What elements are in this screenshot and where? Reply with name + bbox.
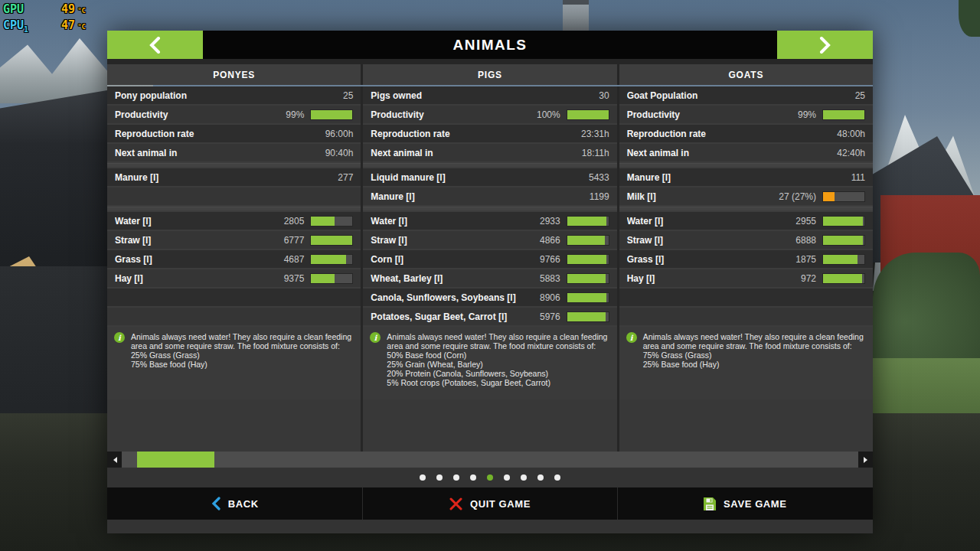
row-value: 30 xyxy=(599,90,609,101)
row-value: 23:31h xyxy=(581,129,609,139)
row-label: Hay [l] xyxy=(115,273,284,284)
quit-game-button[interactable]: QUIT GAME xyxy=(362,487,617,520)
table-row: Goat Population25 xyxy=(619,86,873,104)
group-separator xyxy=(363,207,616,210)
group-separator xyxy=(619,207,873,210)
group-separator xyxy=(107,163,361,167)
row-value: 111 xyxy=(851,172,865,183)
level-bar xyxy=(310,254,353,265)
page-dot[interactable] xyxy=(504,474,510,481)
page-dot[interactable] xyxy=(537,474,544,481)
column-rows: Goat Population25Productivity99%Reproduc… xyxy=(619,86,873,327)
level-bar-fill xyxy=(311,236,352,245)
row-label: Water [l] xyxy=(115,216,284,227)
row-value: 27 (27%) xyxy=(779,191,816,202)
scrollbar-thumb[interactable] xyxy=(137,452,214,468)
level-bar xyxy=(822,273,865,284)
info-text: Animals always need water! They also req… xyxy=(131,332,353,395)
table-row: Reproduction rate23:31h xyxy=(363,125,616,142)
column-header-pigs: PIGS xyxy=(363,64,616,85)
row-label: Pony population xyxy=(115,90,343,101)
table-row: Productivity100% xyxy=(363,106,616,123)
level-bar-fill xyxy=(311,274,334,283)
page-dot[interactable] xyxy=(453,474,459,481)
row-value: 100% xyxy=(537,109,560,120)
level-bar xyxy=(310,273,353,284)
table-row-empty xyxy=(619,308,873,325)
row-value: 2805 xyxy=(284,216,305,227)
level-bar-fill xyxy=(567,236,606,245)
info-box: i Animals always need water! They also r… xyxy=(619,327,873,399)
info-text: Animals always need water! They also req… xyxy=(643,332,865,395)
table-row: Productivity99% xyxy=(619,106,873,123)
row-label: Grass [l] xyxy=(115,254,284,265)
table-row: Pigs owned30 xyxy=(363,86,616,104)
level-bar-fill xyxy=(567,255,607,264)
table-row: Grass [l]4687 xyxy=(107,250,361,268)
table-row: Straw [l]4866 xyxy=(363,231,616,249)
chevron-left-icon xyxy=(149,37,161,54)
scrollbar-track[interactable] xyxy=(122,452,858,468)
page-dot[interactable] xyxy=(487,474,493,481)
row-label: Hay [l] xyxy=(627,273,801,284)
row-label: Manure [l] xyxy=(371,191,590,202)
cpu-temp-value: 47 xyxy=(61,18,75,33)
table-row: Manure [l]1199 xyxy=(363,187,616,205)
row-value: 5433 xyxy=(589,172,609,183)
level-bar xyxy=(822,216,865,227)
save-game-button[interactable]: SAVE GAME xyxy=(618,487,873,520)
pagination-dots xyxy=(107,468,873,487)
table-row: Next animal in42:40h xyxy=(619,144,873,161)
page-dot[interactable] xyxy=(521,474,527,481)
horizontal-scrollbar[interactable] xyxy=(107,452,873,468)
level-bar xyxy=(567,273,609,284)
row-label: Canola, Sunflowers, Soybeans [l] xyxy=(371,292,540,303)
row-value: 2955 xyxy=(795,216,816,227)
back-button[interactable]: BACK xyxy=(107,487,362,520)
column-headers: PONYES PIGS GOATS xyxy=(107,64,873,85)
level-bar xyxy=(567,292,609,303)
table-row: Pony population25 xyxy=(107,86,361,104)
save-floppy-icon xyxy=(704,497,716,510)
group-separator xyxy=(619,163,873,167)
page-dot[interactable] xyxy=(554,474,560,481)
table-row-empty xyxy=(619,289,873,306)
table-row-empty xyxy=(107,289,361,306)
silo-tower xyxy=(563,0,589,32)
page-dot[interactable] xyxy=(420,474,426,481)
chevron-right-icon xyxy=(819,37,831,54)
hardware-monitor-overlay: GPU 49 °C CPU1 47 °C xyxy=(3,2,86,37)
page-dot[interactable] xyxy=(436,474,443,481)
table-row: Liquid manure [l]5433 xyxy=(363,168,616,186)
table-row: Hay [l]9375 xyxy=(107,269,361,287)
level-bar-fill xyxy=(311,255,345,264)
level-bar xyxy=(822,109,865,120)
row-label: Productivity xyxy=(115,109,286,120)
scroll-left-button[interactable] xyxy=(107,452,122,468)
table-row: Water [l]2933 xyxy=(363,212,616,230)
column-header-goats: GOATS xyxy=(619,64,873,85)
table-row: Straw [l]6777 xyxy=(107,231,361,249)
group-separator xyxy=(363,163,616,167)
cpu-temp-unit: °C xyxy=(77,20,86,34)
row-label: Water [l] xyxy=(371,216,540,227)
table-row: Reproduction rate96:00h xyxy=(107,125,361,142)
next-page-button[interactable] xyxy=(777,31,873,59)
table-row: Corn [l]9766 xyxy=(363,250,616,268)
prev-page-button[interactable] xyxy=(107,31,203,59)
row-value: 972 xyxy=(801,273,816,284)
table-row: Canola, Sunflowers, Soybeans [l]8906 xyxy=(363,289,616,306)
row-label: Straw [l] xyxy=(115,235,284,246)
row-label: Reproduction rate xyxy=(371,129,581,139)
table-row: Next animal in90:40h xyxy=(107,144,361,161)
page-dot[interactable] xyxy=(470,474,476,481)
row-value: 9766 xyxy=(540,254,560,265)
row-value: 1199 xyxy=(590,191,609,202)
level-bar xyxy=(822,191,865,202)
column-filler xyxy=(363,399,616,452)
column-header-ponyes: PONYES xyxy=(107,64,361,85)
level-bar-fill xyxy=(823,192,835,201)
grass-right xyxy=(873,358,980,419)
scroll-right-button[interactable] xyxy=(858,452,873,468)
triangle-left-icon xyxy=(110,457,117,463)
